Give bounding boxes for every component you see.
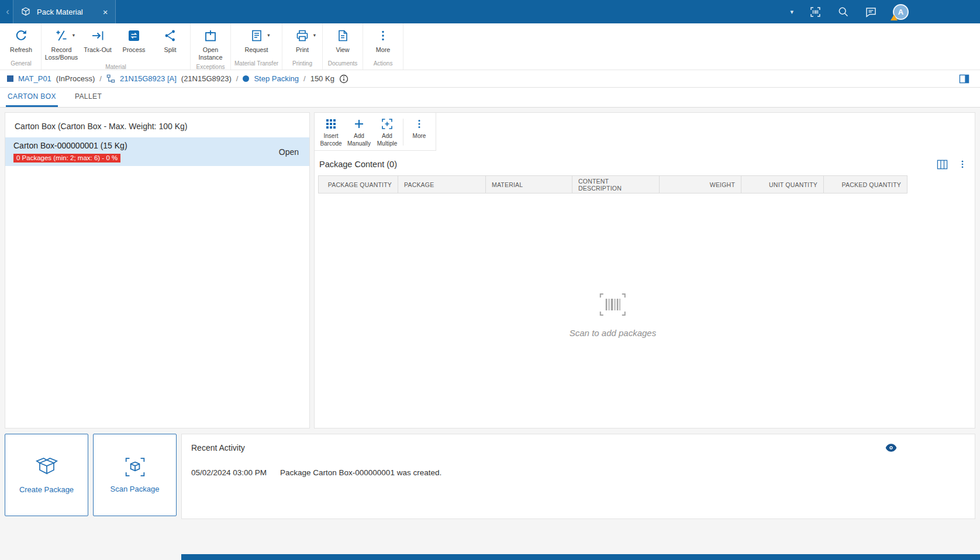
group-caption-exceptions: Exceptions	[192, 61, 229, 73]
ribbon-group-general: Refresh General	[1, 23, 42, 70]
topbar: ‹ Pack Material × ▾	[0, 0, 980, 23]
step-icon	[243, 75, 249, 82]
scan-package-icon	[125, 457, 146, 477]
activity-entry: 05/02/2024 03:00 PM Package Carton Box-0…	[182, 452, 975, 477]
add-manually-button[interactable]: Add Manually	[345, 117, 373, 147]
user-avatar[interactable]: A	[893, 4, 909, 20]
view-button[interactable]: View	[325, 26, 361, 58]
toolbar-divider	[403, 119, 403, 146]
open-instance-button[interactable]: Open Instance	[192, 26, 229, 61]
topbar-dropdown-icon[interactable]: ▾	[790, 8, 793, 16]
add-multiple-button[interactable]: Add Multiple	[373, 117, 401, 147]
track-out-icon	[91, 28, 105, 43]
close-tab-icon[interactable]: ×	[103, 8, 108, 16]
barcode-grid-icon	[325, 117, 337, 131]
carton-box-name: Carton Box-000000001 (15 Kg)	[13, 141, 279, 150]
grid-menu-icon[interactable]	[957, 159, 968, 170]
view-tabs: CARTON BOX PALLET	[0, 88, 980, 108]
packages-warning-badge: 0 Packages (min: 2; max: 6) - 0 %	[13, 154, 120, 163]
ribbon-group-material-transfer: ▾ Request Material Transfer	[231, 23, 282, 70]
group-caption-general: General	[3, 58, 39, 70]
search-icon[interactable]	[837, 6, 849, 18]
process-icon	[127, 28, 141, 43]
messages-icon[interactable]	[865, 6, 877, 18]
pack-box-icon	[20, 6, 31, 17]
column-header-unit-quantity[interactable]: UNIT QUANTITY	[741, 175, 824, 193]
avatar-initial: A	[898, 8, 903, 16]
column-chooser-icon[interactable]	[937, 160, 948, 170]
tab-pallet[interactable]: PALLET	[73, 88, 103, 107]
tab-title: Pack Material	[37, 8, 83, 16]
group-caption-documents: Documents	[325, 58, 361, 70]
column-header-material[interactable]: MATERIAL	[486, 175, 572, 193]
empty-state-text: Scan to add packages	[570, 328, 656, 338]
column-header-package-quantity[interactable]: PACKAGE QUANTITY	[318, 175, 398, 193]
refresh-button[interactable]: Refresh	[3, 26, 39, 58]
print-icon: ▾	[295, 28, 309, 43]
create-package-button[interactable]: Create Package	[5, 434, 88, 516]
column-header-weight[interactable]: WEIGHT	[660, 175, 741, 193]
dropdown-caret-icon: ▾	[313, 32, 316, 38]
record-loss-bonus-icon: ▾	[54, 28, 68, 43]
ribbon-group-documents: View Documents	[323, 23, 363, 70]
split-button[interactable]: Split	[152, 26, 188, 61]
recent-activity-title: Recent Activity	[191, 443, 245, 452]
ribbon-group-actions: More Actions	[363, 23, 403, 70]
open-instance-icon	[203, 28, 218, 43]
scan-package-button[interactable]: Scan Package	[93, 434, 177, 516]
insert-barcode-button[interactable]: Insert Barcode	[317, 117, 345, 147]
column-header-package[interactable]: PACKAGE	[398, 175, 486, 193]
info-icon[interactable]	[339, 74, 348, 84]
main-content: Carton Box (Carton Box - Max. Weight: 10…	[0, 108, 980, 560]
panel-toggle-icon[interactable]	[959, 74, 969, 84]
print-button[interactable]: ▾ Print	[284, 26, 320, 58]
package-more-button[interactable]: More	[405, 117, 433, 147]
track-out-button[interactable]: Track-Out	[80, 26, 116, 61]
scan-barcode-icon	[599, 293, 626, 316]
flow-icon	[106, 74, 115, 83]
document-icon	[336, 28, 350, 43]
eye-icon[interactable]	[885, 444, 897, 452]
request-button[interactable]: ▾ Request	[239, 26, 275, 58]
breadcrumb-material-link[interactable]: MAT_P01	[18, 74, 51, 83]
tab-carton-box[interactable]: CARTON BOX	[6, 88, 58, 107]
process-button[interactable]: Process	[116, 26, 152, 61]
split-label: Split	[164, 46, 176, 54]
plus-icon	[353, 117, 365, 131]
breadcrumb-flow-link[interactable]: 21N15G8923 [A]	[120, 74, 177, 83]
package-content-title: Package Content (0)	[319, 160, 397, 169]
ribbon-group-printing: ▾ Print Printing	[282, 23, 323, 70]
empty-state: Scan to add packages	[570, 293, 656, 338]
add-multiple-icon	[381, 117, 393, 131]
barcode-scanner-icon[interactable]	[809, 6, 822, 18]
kebab-menu-icon	[376, 28, 390, 43]
package-content-panel: Insert Barcode Add Manually	[314, 112, 975, 428]
carton-box-list-item[interactable]: Carton Box-000000001 (15 Kg) 0 Packages …	[5, 137, 309, 166]
column-header-content-description[interactable]: CONTENT DESCRIPTION	[572, 175, 660, 193]
package-table-header: PACKAGE QUANTITY PACKAGE MATERIAL CONTEN…	[318, 175, 975, 193]
toolbar-more-label: More	[413, 133, 426, 140]
pack-material-screen: ‹ Pack Material × ▾	[0, 0, 980, 560]
scan-package-label: Scan Package	[111, 485, 160, 493]
dropdown-caret-icon: ▾	[73, 32, 75, 38]
back-chevron-icon[interactable]: ‹	[2, 6, 13, 18]
breadcrumb-step-link[interactable]: Step Packing	[254, 74, 299, 83]
carton-status: Open	[279, 147, 299, 157]
material-quantity: 150 Kg	[310, 74, 334, 83]
refresh-label: Refresh	[10, 46, 32, 54]
pack-material-tab[interactable]: Pack Material ×	[13, 0, 116, 23]
more-button[interactable]: More	[365, 26, 401, 58]
group-caption-material-transfer: Material Transfer	[233, 58, 280, 70]
topbar-actions: ▾ A	[790, 4, 909, 20]
add-manually-label: Add Manually	[345, 133, 373, 147]
column-header-packed-quantity[interactable]: PACKED QUANTITY	[824, 175, 907, 193]
material-state: (InProcess)	[56, 74, 95, 83]
activity-text: Package Carton Box-000000001 was created…	[280, 468, 441, 477]
create-package-icon	[35, 457, 58, 478]
insert-barcode-label: Insert Barcode	[317, 133, 345, 147]
view-label: View	[336, 46, 349, 54]
ribbon-group-material: ▾ Record Loss/Bonus Track-Out	[42, 23, 191, 70]
refresh-icon	[14, 28, 28, 43]
record-loss-bonus-button[interactable]: ▾ Record Loss/Bonus	[43, 26, 80, 61]
track-out-label: Track-Out	[84, 46, 112, 54]
